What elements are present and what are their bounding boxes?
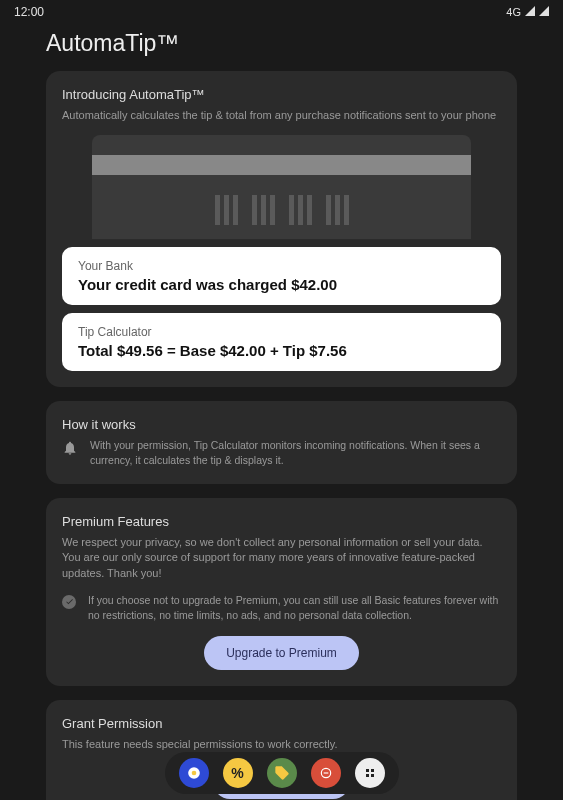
dock-apps-grid[interactable]	[355, 758, 385, 788]
dock-app-2[interactable]: %	[223, 758, 253, 788]
premium-note-text: If you choose not to upgrade to Premium,…	[88, 593, 501, 622]
credit-card-illustration	[92, 135, 471, 239]
dock-app-3[interactable]	[267, 758, 297, 788]
permission-title: Grant Permission	[62, 716, 501, 731]
premium-card: Premium Features We respect your privacy…	[46, 498, 517, 687]
intro-title: Introducing AutomaTip™	[62, 87, 501, 102]
how-text: With your permission, Tip Calculator mon…	[90, 438, 501, 467]
upgrade-button[interactable]: Upgrade to Premium	[204, 636, 359, 670]
check-icon	[62, 595, 76, 609]
intro-card: Introducing AutomaTip™ Automatically cal…	[46, 71, 517, 387]
network-label: 4G	[506, 6, 521, 18]
premium-title: Premium Features	[62, 514, 501, 529]
card-barcode	[92, 195, 471, 239]
bottom-dock: %	[165, 752, 399, 794]
permission-desc: This feature needs special permissions t…	[62, 737, 501, 752]
premium-desc: We respect your privacy, so we don't col…	[62, 535, 501, 581]
calc-notif-label: Tip Calculator	[78, 325, 485, 339]
status-time: 12:00	[14, 5, 44, 19]
status-bar: 12:00 4G	[0, 0, 563, 24]
bank-notif-text: Your credit card was charged $42.00	[78, 276, 485, 293]
bank-notif-label: Your Bank	[78, 259, 485, 273]
dock-app-1[interactable]	[179, 758, 209, 788]
bank-notification: Your Bank Your credit card was charged $…	[62, 247, 501, 305]
status-right: 4G	[506, 6, 549, 18]
svg-point-1	[191, 771, 196, 776]
dock-app-4[interactable]	[311, 758, 341, 788]
wifi-icon	[539, 6, 549, 18]
signal-icon	[525, 6, 535, 18]
bell-icon	[62, 440, 78, 456]
calc-notification: Tip Calculator Total $49.56 = Base $42.0…	[62, 313, 501, 371]
how-title: How it works	[62, 417, 501, 432]
page-title: AutomaTip™	[46, 30, 517, 57]
intro-desc: Automatically calculates the tip & total…	[62, 108, 501, 123]
card-magstripe	[92, 155, 471, 175]
how-it-works-card: How it works With your permission, Tip C…	[46, 401, 517, 483]
calc-notif-text: Total $49.56 = Base $42.00 + Tip $7.56	[78, 342, 485, 359]
